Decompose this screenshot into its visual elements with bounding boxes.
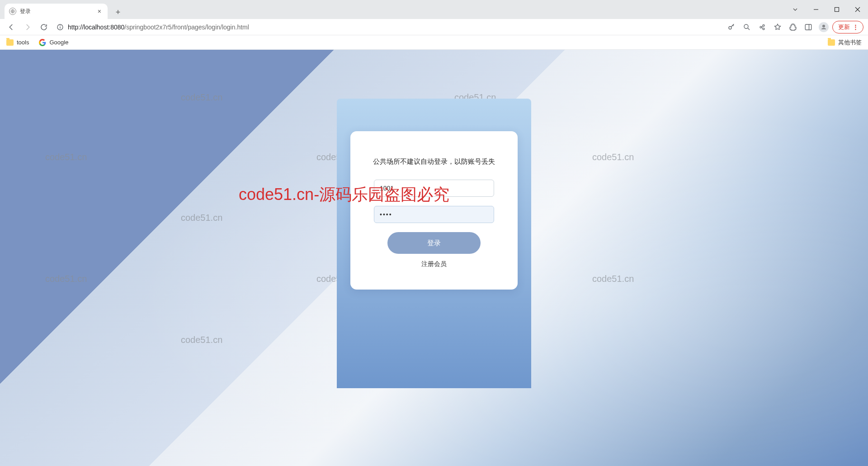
url-host: localhost bbox=[84, 24, 108, 31]
svg-point-13 bbox=[760, 26, 762, 28]
bookmark-label: 其他书签 bbox=[838, 38, 862, 47]
window-controls bbox=[785, 0, 868, 19]
svg-line-10 bbox=[748, 28, 750, 30]
svg-rect-14 bbox=[805, 24, 811, 30]
update-label: 更新 bbox=[838, 23, 850, 31]
login-panel: 公共场所不建议自动登录，以防账号丢失 登录 注册会员 bbox=[337, 99, 531, 388]
kebab-menu-icon: ⋮ bbox=[853, 24, 859, 30]
svg-rect-2 bbox=[835, 8, 839, 12]
bookmark-label: Google bbox=[49, 39, 68, 46]
login-tip: 公共场所不建议自动登录，以防账号丢失 bbox=[365, 157, 503, 166]
extensions-icon[interactable] bbox=[786, 20, 800, 34]
reload-button[interactable] bbox=[37, 20, 51, 34]
login-card: 公共场所不建议自动登录，以防账号丢失 登录 注册会员 bbox=[350, 131, 518, 290]
username-input[interactable] bbox=[374, 180, 494, 197]
password-key-icon[interactable] bbox=[725, 20, 738, 34]
update-button[interactable]: 更新 ⋮ bbox=[832, 21, 863, 33]
svg-point-16 bbox=[823, 25, 825, 27]
url-path: /springboot2x7r5/front/pages/login/login… bbox=[124, 24, 249, 31]
svg-point-12 bbox=[763, 28, 764, 29]
share-icon[interactable] bbox=[755, 20, 769, 34]
zoom-icon[interactable] bbox=[740, 20, 754, 34]
maximize-button[interactable] bbox=[826, 0, 847, 19]
profile-avatar[interactable] bbox=[817, 20, 830, 34]
bookmark-tools[interactable]: tools bbox=[6, 39, 29, 46]
minimize-button[interactable] bbox=[806, 0, 826, 19]
site-info-icon[interactable] bbox=[56, 23, 64, 31]
back-button[interactable] bbox=[5, 20, 18, 34]
bookmark-other[interactable]: 其他书签 bbox=[828, 38, 862, 47]
svg-point-11 bbox=[763, 24, 764, 26]
svg-point-7 bbox=[60, 25, 61, 26]
tab-close-icon[interactable]: × bbox=[96, 8, 103, 15]
page-content: code51.cn code51.cn code51.cn code51.cn … bbox=[0, 50, 868, 466]
svg-point-9 bbox=[744, 24, 748, 29]
svg-point-8 bbox=[729, 26, 731, 29]
password-input[interactable] bbox=[374, 206, 494, 223]
register-link[interactable]: 注册会员 bbox=[365, 260, 503, 268]
close-window-button[interactable] bbox=[847, 0, 868, 19]
google-icon bbox=[39, 39, 46, 46]
browser-tab[interactable]: 登录 × bbox=[5, 4, 108, 19]
toolbar-right: 更新 ⋮ bbox=[725, 20, 863, 34]
tab-search-icon[interactable] bbox=[785, 0, 806, 19]
bookmark-label: tools bbox=[17, 39, 29, 46]
address-bar[interactable]: http://localhost:8080/springboot2x7r5/fr… bbox=[53, 20, 722, 34]
forward-button[interactable] bbox=[21, 20, 34, 34]
bookmark-google[interactable]: Google bbox=[39, 39, 68, 46]
login-button[interactable]: 登录 bbox=[387, 232, 481, 254]
url-scheme: http:// bbox=[68, 24, 84, 31]
tab-title: 登录 bbox=[20, 8, 92, 15]
browser-toolbar: http://localhost:8080/springboot2x7r5/fr… bbox=[0, 19, 868, 35]
globe-icon bbox=[9, 8, 16, 15]
bookmark-star-icon[interactable] bbox=[771, 20, 784, 34]
url-text: http://localhost:8080/springboot2x7r5/fr… bbox=[68, 24, 719, 31]
side-panel-icon[interactable] bbox=[802, 20, 815, 34]
folder-icon bbox=[6, 39, 14, 46]
bookmarks-bar: tools Google 其他书签 bbox=[0, 35, 868, 50]
folder-icon bbox=[828, 39, 835, 46]
new-tab-button[interactable]: + bbox=[111, 5, 125, 19]
url-port: :8080 bbox=[108, 24, 124, 31]
browser-titlebar: 登录 × + bbox=[0, 0, 868, 19]
